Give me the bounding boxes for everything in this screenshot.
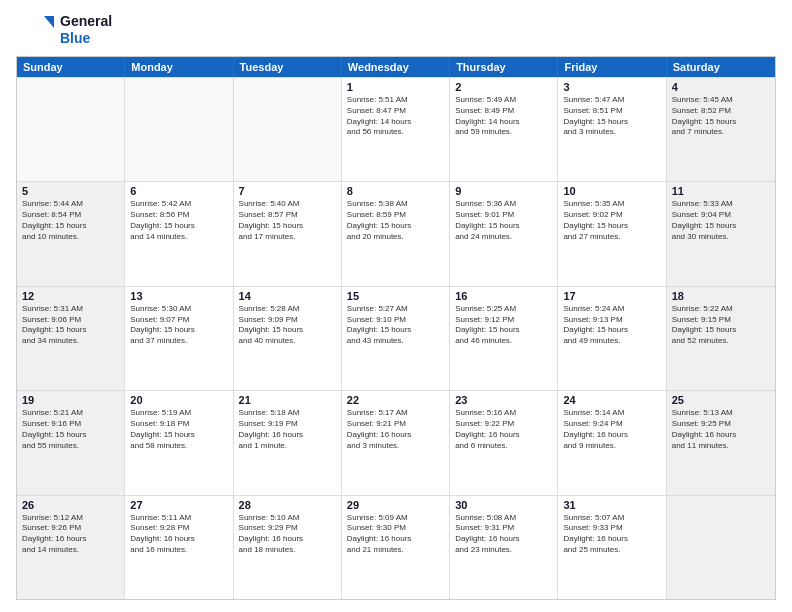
cell-text-line: and 16 minutes. [130, 545, 227, 556]
day-number: 1 [347, 81, 444, 93]
day-number: 3 [563, 81, 660, 93]
day-number: 13 [130, 290, 227, 302]
cell-text-line: Daylight: 16 hours [347, 534, 444, 545]
cell-text-line: Sunset: 9:09 PM [239, 315, 336, 326]
cell-text-line: Sunset: 9:29 PM [239, 523, 336, 534]
cell-text-line: Sunrise: 5:13 AM [672, 408, 770, 419]
cell-text-line: Daylight: 15 hours [455, 325, 552, 336]
cell-text-line: and 3 minutes. [563, 127, 660, 138]
cell-text-line: and 9 minutes. [563, 441, 660, 452]
calendar-row-1: 5Sunrise: 5:44 AMSunset: 8:54 PMDaylight… [17, 181, 775, 285]
cell-text-line: Sunset: 9:30 PM [347, 523, 444, 534]
cell-text-line: Sunset: 9:31 PM [455, 523, 552, 534]
cell-text-line: Sunrise: 5:40 AM [239, 199, 336, 210]
cell-text-line: Sunrise: 5:51 AM [347, 95, 444, 106]
calendar-cell-1-2: 7Sunrise: 5:40 AMSunset: 8:57 PMDaylight… [234, 182, 342, 285]
cell-text-line: Daylight: 15 hours [563, 117, 660, 128]
cell-text-line: Daylight: 15 hours [347, 221, 444, 232]
cell-text-line: Daylight: 16 hours [563, 430, 660, 441]
day-number: 14 [239, 290, 336, 302]
cell-text-line: Sunset: 9:12 PM [455, 315, 552, 326]
calendar-cell-4-3: 29Sunrise: 5:09 AMSunset: 9:30 PMDayligh… [342, 496, 450, 599]
cell-text-line: Sunrise: 5:38 AM [347, 199, 444, 210]
header-day-friday: Friday [558, 57, 666, 77]
cell-text-line: Sunset: 8:56 PM [130, 210, 227, 221]
calendar-cell-4-6 [667, 496, 775, 599]
cell-text-line: Sunrise: 5:28 AM [239, 304, 336, 315]
day-number: 29 [347, 499, 444, 511]
cell-text-line: Daylight: 14 hours [455, 117, 552, 128]
cell-text-line: Sunset: 8:47 PM [347, 106, 444, 117]
cell-text-line: and 58 minutes. [130, 441, 227, 452]
cell-text-line: Sunrise: 5:11 AM [130, 513, 227, 524]
cell-text-line: Sunset: 8:49 PM [455, 106, 552, 117]
logo-general: General [60, 13, 112, 30]
day-number: 23 [455, 394, 552, 406]
cell-text-line: Sunrise: 5:21 AM [22, 408, 119, 419]
calendar-cell-1-4: 9Sunrise: 5:36 AMSunset: 9:01 PMDaylight… [450, 182, 558, 285]
cell-text-line: and 43 minutes. [347, 336, 444, 347]
cell-text-line: and 14 minutes. [130, 232, 227, 243]
day-number: 12 [22, 290, 119, 302]
cell-text-line: and 10 minutes. [22, 232, 119, 243]
cell-text-line: Daylight: 15 hours [672, 221, 770, 232]
cell-text-line: and 14 minutes. [22, 545, 119, 556]
cell-text-line: Sunset: 9:06 PM [22, 315, 119, 326]
calendar-cell-3-6: 25Sunrise: 5:13 AMSunset: 9:25 PMDayligh… [667, 391, 775, 494]
cell-text-line: Sunrise: 5:19 AM [130, 408, 227, 419]
cell-text-line: Sunrise: 5:33 AM [672, 199, 770, 210]
calendar-row-2: 12Sunrise: 5:31 AMSunset: 9:06 PMDayligh… [17, 286, 775, 390]
day-number: 19 [22, 394, 119, 406]
cell-text-line: Daylight: 15 hours [22, 221, 119, 232]
day-number: 20 [130, 394, 227, 406]
calendar-cell-1-6: 11Sunrise: 5:33 AMSunset: 9:04 PMDayligh… [667, 182, 775, 285]
calendar-cell-2-1: 13Sunrise: 5:30 AMSunset: 9:07 PMDayligh… [125, 287, 233, 390]
day-number: 10 [563, 185, 660, 197]
cell-text-line: Sunset: 9:26 PM [22, 523, 119, 534]
cell-text-line: Sunset: 9:16 PM [22, 419, 119, 430]
header-day-sunday: Sunday [17, 57, 125, 77]
cell-text-line: Sunset: 9:02 PM [563, 210, 660, 221]
calendar-cell-1-3: 8Sunrise: 5:38 AMSunset: 8:59 PMDaylight… [342, 182, 450, 285]
page: GeneralBlue SundayMondayTuesdayWednesday… [0, 0, 792, 612]
cell-text-line: and 17 minutes. [239, 232, 336, 243]
calendar-cell-3-0: 19Sunrise: 5:21 AMSunset: 9:16 PMDayligh… [17, 391, 125, 494]
cell-text-line: Sunset: 9:10 PM [347, 315, 444, 326]
cell-text-line: and 37 minutes. [130, 336, 227, 347]
day-number: 31 [563, 499, 660, 511]
day-number: 9 [455, 185, 552, 197]
cell-text-line: Sunrise: 5:12 AM [22, 513, 119, 524]
day-number: 4 [672, 81, 770, 93]
cell-text-line: and 21 minutes. [347, 545, 444, 556]
calendar-cell-2-5: 17Sunrise: 5:24 AMSunset: 9:13 PMDayligh… [558, 287, 666, 390]
header-day-thursday: Thursday [450, 57, 558, 77]
calendar-cell-1-5: 10Sunrise: 5:35 AMSunset: 9:02 PMDayligh… [558, 182, 666, 285]
calendar-header: SundayMondayTuesdayWednesdayThursdayFrid… [17, 57, 775, 77]
cell-text-line: Sunset: 8:59 PM [347, 210, 444, 221]
cell-text-line: Daylight: 15 hours [563, 325, 660, 336]
cell-text-line: Sunrise: 5:16 AM [455, 408, 552, 419]
calendar-cell-0-3: 1Sunrise: 5:51 AMSunset: 8:47 PMDaylight… [342, 78, 450, 181]
cell-text-line: Sunrise: 5:22 AM [672, 304, 770, 315]
calendar-cell-0-0 [17, 78, 125, 181]
cell-text-line: and 56 minutes. [347, 127, 444, 138]
calendar-cell-3-5: 24Sunrise: 5:14 AMSunset: 9:24 PMDayligh… [558, 391, 666, 494]
header-day-saturday: Saturday [667, 57, 775, 77]
cell-text-line: Sunset: 9:18 PM [130, 419, 227, 430]
cell-text-line: Daylight: 15 hours [239, 325, 336, 336]
header-day-monday: Monday [125, 57, 233, 77]
cell-text-line: Sunrise: 5:44 AM [22, 199, 119, 210]
cell-text-line: Sunrise: 5:49 AM [455, 95, 552, 106]
day-number: 17 [563, 290, 660, 302]
calendar-cell-4-2: 28Sunrise: 5:10 AMSunset: 9:29 PMDayligh… [234, 496, 342, 599]
cell-text-line: Sunset: 9:04 PM [672, 210, 770, 221]
calendar-body: 1Sunrise: 5:51 AMSunset: 8:47 PMDaylight… [17, 77, 775, 599]
header-day-wednesday: Wednesday [342, 57, 450, 77]
cell-text-line: and 3 minutes. [347, 441, 444, 452]
calendar-cell-2-2: 14Sunrise: 5:28 AMSunset: 9:09 PMDayligh… [234, 287, 342, 390]
cell-text-line: and 40 minutes. [239, 336, 336, 347]
cell-text-line: Daylight: 15 hours [455, 221, 552, 232]
cell-text-line: Daylight: 15 hours [130, 221, 227, 232]
calendar-cell-0-6: 4Sunrise: 5:45 AMSunset: 8:52 PMDaylight… [667, 78, 775, 181]
cell-text-line: and 59 minutes. [455, 127, 552, 138]
